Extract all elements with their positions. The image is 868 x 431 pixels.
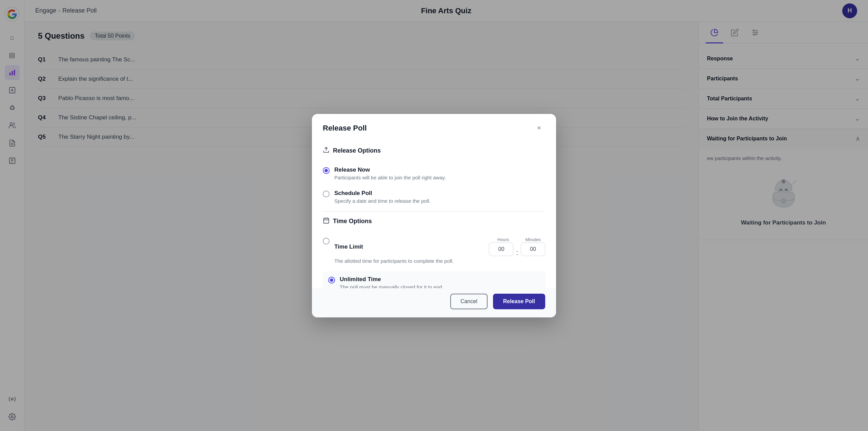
time-limit-label: Time Limit Hours Minutes :	[334, 237, 545, 264]
hours-col-label: Hours	[491, 237, 515, 242]
svg-rect-31	[324, 218, 329, 223]
modal-overlay: Release Poll × Release Options	[0, 0, 868, 431]
release-options-icon	[323, 146, 330, 155]
modal-header: Release Poll ×	[312, 114, 556, 141]
modal-title: Release Poll	[323, 124, 367, 133]
time-limit-option[interactable]: Time Limit Hours Minutes :	[323, 232, 545, 269]
time-options-section-header: Time Options	[323, 217, 545, 226]
modal-close-button[interactable]: ×	[533, 122, 545, 134]
time-options-icon	[323, 217, 330, 226]
release-now-label: Release Now Participants will be able to…	[334, 166, 446, 180]
time-options-title: Time Options	[333, 218, 372, 225]
minutes-input[interactable]	[521, 242, 545, 256]
schedule-poll-radio[interactable]	[323, 191, 330, 197]
unlimited-time-title: Unlimited Time	[340, 276, 443, 283]
schedule-poll-option[interactable]: Schedule Poll Specify a date and time to…	[323, 185, 545, 209]
time-limit-title: Time Limit	[334, 243, 363, 250]
time-limit-radio[interactable]	[323, 238, 330, 244]
schedule-poll-description: Specify a date and time to release the p…	[334, 198, 431, 204]
release-options-section-header: Release Options	[323, 146, 545, 155]
time-inputs-container: Hours Minutes :	[489, 237, 545, 257]
hours-input[interactable]	[489, 242, 513, 256]
cancel-button[interactable]: Cancel	[450, 294, 488, 309]
release-now-description: Participants will be able to join the po…	[334, 175, 446, 180]
unlimited-time-option[interactable]: Unlimited Time The poll must be manually…	[323, 271, 545, 288]
unlimited-time-label: Unlimited Time The poll must be manually…	[340, 276, 443, 288]
modal-body: Release Options Release Now Participants…	[312, 141, 556, 288]
unlimited-time-description: The poll must be manually closed for it …	[340, 284, 443, 288]
release-poll-button[interactable]: Release Poll	[493, 294, 545, 309]
minutes-col-label: Minutes	[521, 237, 545, 242]
section-divider	[323, 211, 545, 212]
release-poll-modal: Release Poll × Release Options	[312, 114, 556, 317]
release-now-title: Release Now	[334, 166, 446, 173]
release-options-title: Release Options	[333, 147, 381, 154]
unlimited-time-radio[interactable]	[328, 277, 335, 283]
time-inputs: :	[489, 242, 545, 257]
release-now-radio[interactable]	[323, 167, 330, 174]
modal-footer: Cancel Release Poll	[312, 288, 556, 317]
schedule-poll-title: Schedule Poll	[334, 190, 431, 197]
time-colon: :	[516, 249, 518, 257]
schedule-poll-label: Schedule Poll Specify a date and time to…	[334, 190, 431, 204]
time-limit-description: The allotted time for participants to co…	[334, 258, 545, 264]
release-now-option[interactable]: Release Now Participants will be able to…	[323, 162, 545, 185]
